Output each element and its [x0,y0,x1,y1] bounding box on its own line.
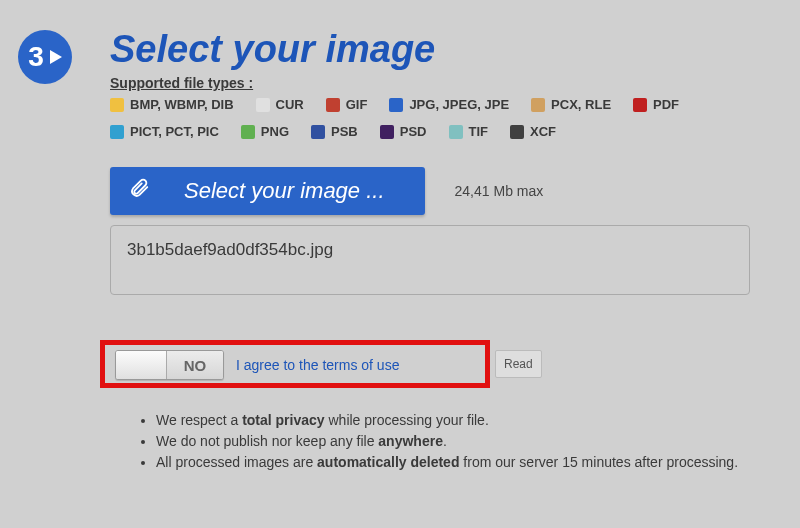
privacy-notes: We respect a total privacy while process… [130,410,770,473]
file-type-label: PCX, RLE [551,97,611,112]
file-icon [110,125,124,139]
file-icon [380,125,394,139]
toggle-state-label: NO [167,351,223,379]
file-type-item: BMP, WBMP, DIB [110,97,234,112]
step-number: 3 [28,41,44,73]
max-size-label: 24,41 Mb max [455,183,544,199]
file-type-item: JPG, JPEG, JPE [389,97,509,112]
selected-file-box: 3b1b5daef9ad0df354bc.jpg [110,225,750,295]
file-icon [241,125,255,139]
file-type-list: BMP, WBMP, DIB CUR GIF JPG, JPEG, JPE PC… [110,97,770,139]
file-type-item: PCX, RLE [531,97,611,112]
select-image-button[interactable]: Select your image ... [110,167,425,215]
main-content: Select your image Supported file types :… [110,28,780,295]
file-type-label: BMP, WBMP, DIB [130,97,234,112]
file-type-item: PSD [380,124,427,139]
read-terms-button[interactable]: Read [495,350,542,378]
file-type-label: CUR [276,97,304,112]
file-type-label: XCF [530,124,556,139]
file-type-item: PNG [241,124,289,139]
file-icon [389,98,403,112]
play-icon [50,50,62,64]
file-type-item: PSB [311,124,358,139]
file-type-label: PNG [261,124,289,139]
file-icon [633,98,647,112]
terms-row: NO I agree to the terms of use [115,350,399,380]
file-type-label: JPG, JPEG, JPE [409,97,509,112]
file-icon [510,125,524,139]
paperclip-icon [128,177,150,205]
file-type-label: PICT, PCT, PIC [130,124,219,139]
privacy-line-2: We do not publish nor keep any file anyw… [156,431,770,452]
agree-toggle[interactable]: NO [115,350,224,380]
file-type-item: TIF [449,124,489,139]
file-icon [311,125,325,139]
file-type-item: PICT, PCT, PIC [110,124,219,139]
file-type-label: GIF [346,97,368,112]
file-type-item: PDF [633,97,679,112]
privacy-line-3: All processed images are automatically d… [156,452,770,473]
step-badge: 3 [18,30,72,84]
file-type-item: GIF [326,97,368,112]
upload-area: Select your image ... 24,41 Mb max [110,167,780,215]
supported-types-label: Supported file types : [110,75,780,91]
file-type-item: CUR [256,97,304,112]
file-icon [531,98,545,112]
page-root: 3 Select your image Supported file types… [0,0,800,528]
file-type-item: XCF [510,124,556,139]
file-type-label: PDF [653,97,679,112]
file-type-label: PSB [331,124,358,139]
terms-of-use-link[interactable]: I agree to the terms of use [236,357,399,373]
page-title: Select your image [110,28,780,71]
file-icon [449,125,463,139]
privacy-line-1: We respect a total privacy while process… [156,410,770,431]
select-image-label: Select your image ... [184,178,385,204]
file-type-label: PSD [400,124,427,139]
file-icon [326,98,340,112]
file-type-label: TIF [469,124,489,139]
file-icon [110,98,124,112]
file-icon [256,98,270,112]
toggle-knob [116,351,167,379]
selected-file-name: 3b1b5daef9ad0df354bc.jpg [127,240,333,259]
